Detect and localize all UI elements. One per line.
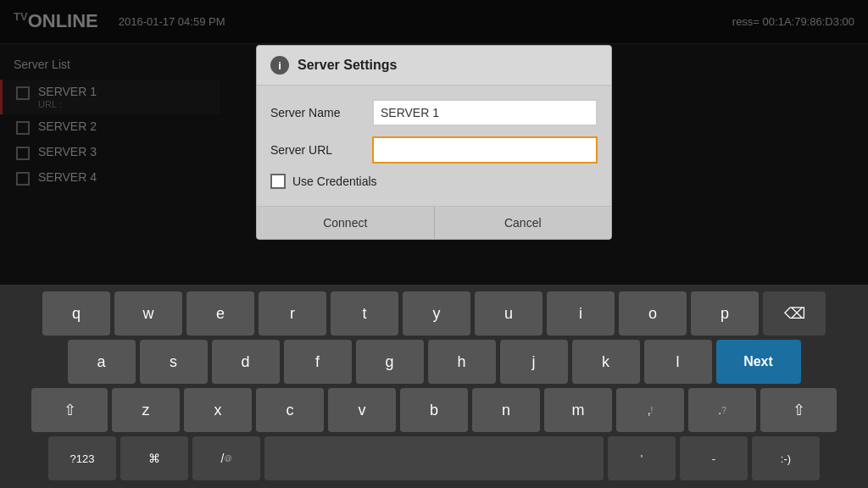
shift-left-key[interactable]: ⇧	[31, 388, 108, 432]
key-j[interactable]: j	[500, 340, 568, 384]
key-apostrophe[interactable]: '	[608, 436, 676, 480]
server-name-row: Server Name	[270, 99, 598, 126]
credentials-row[interactable]: Use Credentials	[270, 174, 598, 189]
key-symbols[interactable]: ?123	[48, 436, 116, 480]
key-t[interactable]: t	[331, 291, 398, 336]
dialog-footer: Connect Cancel	[257, 206, 611, 239]
key-y[interactable]: y	[403, 291, 470, 336]
server-settings-dialog: i Server Settings Server Name Server URL…	[256, 45, 612, 240]
keyboard-rows: q w e r t y u i o p ⌫ a s d f g h j k l …	[0, 291, 868, 480]
shift-right-key[interactable]: ⇧	[760, 388, 837, 432]
server-name-label: Server Name	[270, 106, 372, 119]
key-w[interactable]: w	[114, 291, 182, 336]
server-url-input[interactable]	[372, 136, 598, 164]
key-q[interactable]: q	[42, 291, 110, 336]
key-period[interactable]: .?	[688, 388, 756, 432]
keyboard: q w e r t y u i o p ⌫ a s d f g h j k l …	[0, 285, 868, 488]
key-n[interactable]: n	[472, 388, 540, 432]
key-s[interactable]: s	[140, 340, 208, 384]
key-e[interactable]: e	[186, 291, 254, 336]
cancel-button[interactable]: Cancel	[435, 207, 612, 239]
key-m[interactable]: m	[544, 388, 612, 432]
key-p[interactable]: p	[691, 291, 759, 336]
key-l[interactable]: l	[644, 340, 712, 384]
key-z[interactable]: z	[112, 388, 180, 432]
key-h[interactable]: h	[428, 340, 496, 384]
key-u[interactable]: u	[475, 291, 542, 336]
connect-button[interactable]: Connect	[257, 207, 435, 239]
key-v[interactable]: v	[328, 388, 396, 432]
kb-row-1: q w e r t y u i o p ⌫	[7, 291, 861, 336]
key-a[interactable]: a	[68, 340, 136, 384]
key-f[interactable]: f	[284, 340, 352, 384]
backspace-key[interactable]: ⌫	[763, 291, 826, 336]
kb-row-2: a s d f g h j k l Next	[7, 340, 861, 384]
key-r[interactable]: r	[259, 291, 326, 336]
key-smiley[interactable]: :-)	[752, 436, 820, 480]
credentials-checkbox[interactable]	[270, 174, 286, 189]
key-c[interactable]: c	[256, 388, 324, 432]
dialog-title: Server Settings	[298, 58, 397, 73]
key-b[interactable]: b	[400, 388, 468, 432]
server-url-label: Server URL	[270, 143, 372, 157]
key-g[interactable]: g	[356, 340, 424, 384]
kb-row-4: ?123 ⌘ /@ ' - :-)	[7, 436, 861, 480]
info-icon: i	[270, 56, 289, 75]
server-url-row: Server URL	[270, 136, 598, 164]
key-dash[interactable]: -	[680, 436, 748, 480]
server-name-input[interactable]	[372, 99, 598, 126]
key-comma[interactable]: ,!	[616, 388, 684, 432]
kb-row-3: ⇧ z x c v b n m ,! .? ⇧	[7, 388, 861, 432]
key-o[interactable]: o	[619, 291, 687, 336]
space-key[interactable]	[264, 436, 604, 480]
key-compose[interactable]: ⌘	[120, 436, 188, 480]
key-slash[interactable]: /@	[192, 436, 260, 480]
key-x[interactable]: x	[184, 388, 252, 432]
next-button[interactable]: Next	[716, 340, 801, 384]
credentials-label: Use Credentials	[292, 175, 377, 188]
key-d[interactable]: d	[212, 340, 280, 384]
key-i[interactable]: i	[547, 291, 615, 336]
overlay: i Server Settings Server Name Server URL…	[0, 0, 868, 285]
dialog-header: i Server Settings	[257, 46, 611, 86]
key-k[interactable]: k	[572, 340, 640, 384]
dialog-body: Server Name Server URL Use Credentials	[257, 86, 611, 206]
